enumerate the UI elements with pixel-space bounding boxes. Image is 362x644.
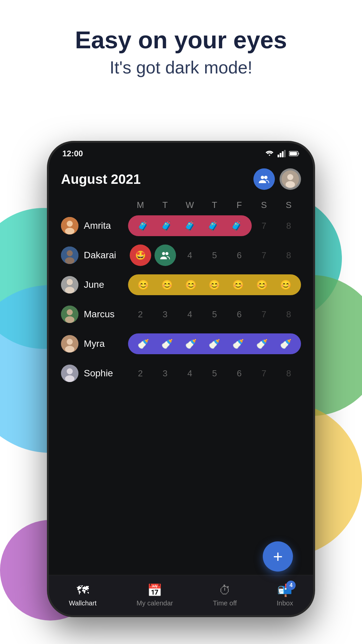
svg-point-25: [67, 309, 73, 315]
svg-point-19: [165, 252, 168, 255]
day-header-wed: W: [177, 200, 202, 210]
wallchart-icon: 🗺: [77, 583, 89, 597]
month-title: August 2021: [61, 172, 141, 187]
nav-item-mycalendar[interactable]: 📅 My calendar: [136, 583, 173, 607]
header-section: Easy on your eyes It's got dark mode!: [0, 27, 362, 77]
svg-point-28: [67, 339, 73, 345]
bar-icon: 😊: [161, 279, 173, 290]
svg-point-29: [65, 346, 74, 353]
heart-icon: 🤩: [135, 250, 146, 261]
bar-icon: 🧳: [161, 220, 172, 231]
event-bar-june: 😊 😊 😊 😊 😊 😊 😊: [128, 274, 301, 295]
header-subtitle: It's got dark mode!: [0, 57, 362, 77]
nav-label-wallchart: Wallchart: [69, 599, 97, 607]
nav-item-wallchart[interactable]: 🗺 Wallchart: [69, 583, 97, 607]
day-cell-thu: 5: [202, 309, 227, 320]
nav-item-timeoff[interactable]: ⏱ Time off: [213, 583, 237, 607]
day-cell-thu: 5: [202, 250, 227, 261]
table-row: June 😊 😊 😊 😊 😊 😊 😊: [61, 273, 301, 297]
svg-point-22: [65, 287, 74, 293]
svg-point-18: [162, 252, 165, 255]
bottom-nav: 🗺 Wallchart 📅 My calendar ⏱ Time off 📬 4…: [49, 575, 313, 615]
day-cell-fri: 6: [227, 309, 252, 320]
inbox-badge: 4: [286, 581, 296, 590]
day-header-fri: F: [227, 200, 252, 210]
nav-label-inbox: Inbox: [277, 599, 293, 607]
day-cell-sat: 7: [252, 250, 277, 261]
signal-icon: [278, 150, 286, 157]
user-avatar-button[interactable]: [280, 168, 301, 190]
day-cell-wed: 4: [177, 368, 202, 379]
person-name-june: June: [84, 279, 104, 290]
person-name-myra: Myra: [84, 338, 105, 349]
fab-button[interactable]: +: [263, 541, 293, 572]
svg-rect-5: [298, 153, 299, 155]
person-name-dakarai: Dakarai: [84, 250, 116, 261]
bar-icon: 🍼: [185, 338, 197, 350]
svg-point-7: [261, 176, 264, 179]
nav-item-inbox[interactable]: 📬 4 Inbox: [277, 583, 293, 607]
bar-icon: 😊: [137, 279, 149, 290]
day-cell-fri: 6: [227, 250, 252, 261]
bar-icon: 😊: [232, 279, 244, 290]
bar-icon: 😊: [256, 279, 268, 290]
svg-point-31: [67, 368, 73, 374]
day-header-tue: T: [153, 200, 178, 210]
day-cell-sun: 8: [276, 309, 301, 320]
day-cell-sat: 7: [252, 221, 277, 231]
dakarai-green-button[interactable]: [155, 245, 176, 266]
day-header-thu: T: [202, 200, 227, 210]
avatar-june: [61, 276, 78, 293]
team-icon-button[interactable]: [253, 168, 275, 190]
bar-icon: 🧳: [184, 220, 196, 231]
battery-icon: [289, 151, 300, 157]
avatar-marcus: [61, 306, 78, 323]
day-cell-wed: 4: [177, 250, 202, 261]
clock: 12:00: [62, 149, 83, 158]
status-icons: [265, 150, 300, 157]
month-header: August 2021: [61, 168, 301, 190]
avatar-sophie: [61, 365, 78, 382]
bar-icon: 🍼: [280, 338, 292, 350]
month-icons: [253, 168, 301, 190]
calendar-icon: 📅: [147, 583, 162, 597]
table-row: Sophie 2 3 4 5 6 7 8: [61, 361, 301, 385]
svg-rect-2: [282, 151, 284, 157]
table-row: Dakarai 🤩: [61, 243, 301, 267]
person-info-dakarai: Dakarai: [61, 247, 128, 264]
app-content: August 2021: [49, 162, 313, 385]
bar-icon: 😊: [280, 279, 292, 290]
svg-rect-6: [290, 152, 297, 155]
day-cell-sun: 8: [276, 250, 301, 261]
day-cell-sun: 8: [276, 221, 301, 231]
bar-icon: 🧳: [231, 220, 242, 231]
day-cell-mon: 2: [128, 309, 153, 320]
dakarai-red-button[interactable]: 🤩: [130, 245, 151, 266]
svg-point-26: [65, 316, 74, 323]
avatar-myra: [61, 335, 78, 353]
svg-point-32: [65, 375, 74, 382]
avatar-dakarai: [61, 247, 78, 264]
day-cell-mon: 2: [128, 368, 153, 379]
person-info-amrita: Amrita: [61, 217, 128, 234]
person-name-amrita: Amrita: [84, 220, 111, 231]
svg-rect-1: [280, 153, 282, 157]
day-header-sat: S: [252, 200, 277, 210]
person-info-marcus: Marcus: [61, 306, 128, 323]
bar-icon: 🍼: [256, 338, 268, 350]
table-row: Amrita 🧳 🧳 🧳 🧳 🧳 7 8: [61, 214, 301, 238]
day-cell-sat: 7: [252, 309, 277, 320]
calendar-grid: M T W T F S S Amri: [61, 200, 301, 385]
avatar-icon: [282, 170, 299, 188]
day-cell-wed: 4: [177, 309, 202, 320]
day-headers: M T W T F S S: [61, 200, 301, 210]
svg-point-13: [67, 221, 73, 227]
person-name-marcus: Marcus: [84, 309, 115, 320]
header-title: Easy on your eyes: [0, 27, 362, 53]
bar-icon: 🍼: [208, 338, 220, 350]
nav-label-timeoff: Time off: [213, 599, 237, 607]
nav-label-mycalendar: My calendar: [136, 599, 173, 607]
event-bar-amrita: 🧳 🧳 🧳 🧳 🧳: [128, 215, 252, 236]
day-cell-fri: 6: [227, 368, 252, 379]
avatar-amrita: [61, 217, 78, 234]
